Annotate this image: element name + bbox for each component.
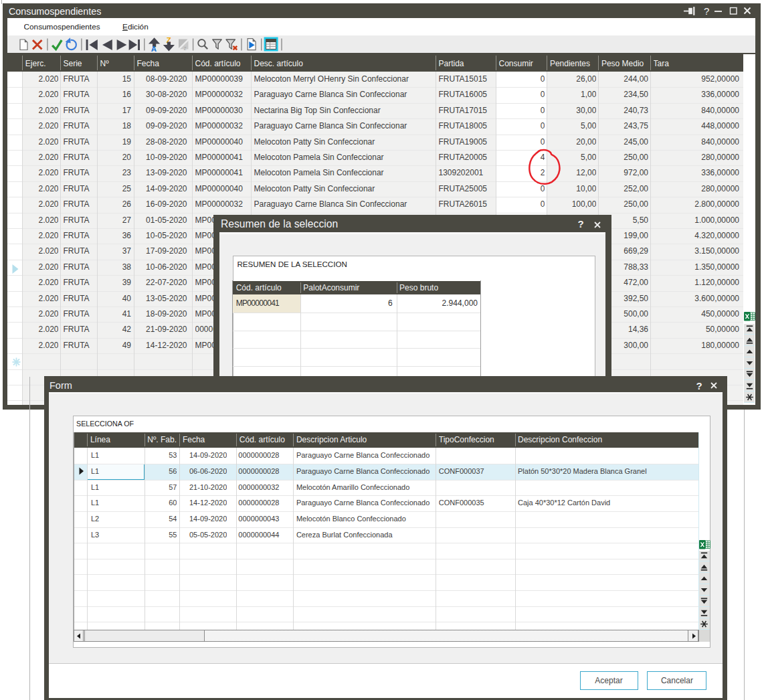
svg-text:A: A bbox=[151, 45, 157, 53]
svg-text:z: z bbox=[184, 45, 187, 52]
svg-text:?: ? bbox=[704, 5, 709, 17]
